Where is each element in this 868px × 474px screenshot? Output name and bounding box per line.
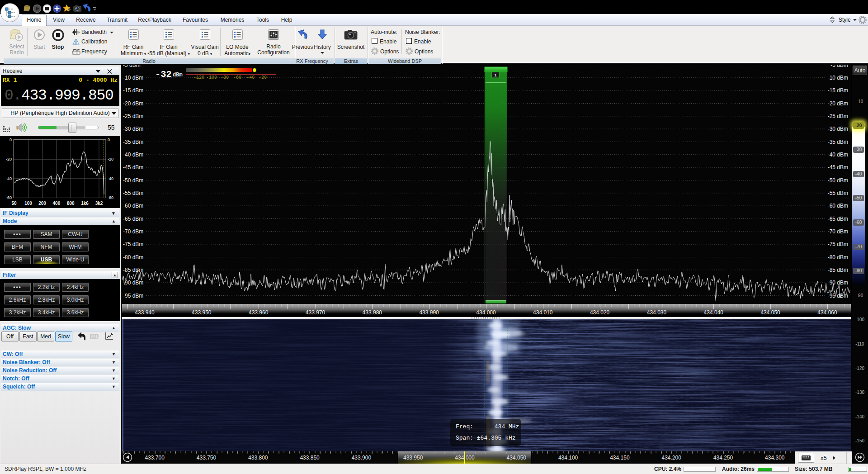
svg-text:100: 100 [24, 201, 32, 206]
svg-text:0: 0 [108, 137, 110, 142]
svg-text:200: 200 [38, 201, 46, 206]
svg-text:-20: -20 [6, 157, 12, 161]
svg-text:800: 800 [67, 201, 75, 206]
svg-text:0: 0 [9, 137, 12, 142]
svg-text:1k6: 1k6 [81, 201, 89, 206]
svg-text:-60: -60 [108, 195, 113, 200]
svg-text:-20: -20 [108, 157, 113, 161]
svg-text:400: 400 [53, 201, 61, 206]
svg-text:-40: -40 [6, 176, 12, 181]
svg-text:3k2: 3k2 [95, 201, 103, 206]
svg-text:-60: -60 [6, 195, 12, 200]
svg-text:1: 1 [494, 73, 496, 77]
svg-text:-40: -40 [108, 176, 113, 181]
svg-text:50: 50 [11, 201, 17, 206]
